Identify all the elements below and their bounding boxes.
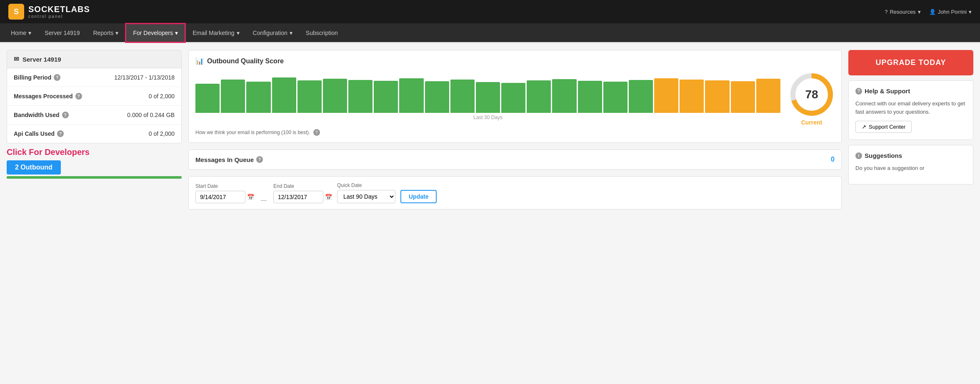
chart-label: Last 30 Days [195, 115, 780, 120]
chevron-down-icon: ▾ [918, 9, 921, 15]
chart-bar [527, 80, 551, 113]
quality-score-title: Outbound Quality Score [207, 57, 284, 65]
chevron-down-icon: ▾ [115, 30, 118, 36]
quality-help-icon[interactable]: ? [313, 129, 320, 136]
server-card-header: ✉ Server 14919 [7, 50, 181, 68]
chart-bar [399, 78, 423, 113]
logo-area: S SOCKETLABS control panel [8, 4, 90, 20]
nav-server[interactable]: Server 14919 [38, 23, 86, 43]
queue-title: Messages In Queue ? [195, 156, 263, 163]
help-icon: ? [855, 88, 862, 95]
chart-bar [323, 79, 347, 113]
queue-help-icon[interactable]: ? [256, 156, 263, 163]
donut-area: 78 Current [789, 72, 835, 126]
end-date-calendar-icon[interactable]: 📅 [325, 194, 332, 200]
brand-name: SOCKETLABS [28, 5, 90, 14]
quality-score-body: Last 30 Days 78 Current [195, 72, 835, 126]
nav-home[interactable]: Home ▾ [4, 23, 38, 43]
suggestions-card: i Suggestions Do you have a suggestion o… [848, 145, 973, 185]
nav-reports[interactable]: Reports ▾ [86, 23, 125, 43]
quality-bar-chart [195, 77, 780, 113]
support-center-label: Support Center [869, 124, 905, 130]
chart-bar [552, 79, 576, 113]
api-calls-help-icon[interactable]: ? [57, 130, 64, 137]
chart-bar [578, 81, 602, 113]
chart-bar [680, 80, 704, 113]
bandwidth-used-label: Bandwidth Used ? [14, 112, 69, 118]
user-icon: 👤 [929, 9, 936, 15]
nav-for-developers-label: For Developers [133, 30, 173, 36]
nav-email-marketing[interactable]: Email Marketing ▾ [186, 23, 246, 43]
upgrade-today-button[interactable]: UPGRADE TODAY [848, 50, 973, 75]
donut-chart: 78 [789, 72, 835, 117]
chevron-down-icon: ▾ [290, 30, 292, 36]
nav-bar: Home ▾ Server 14919 Reports ▾ For Develo… [0, 23, 980, 43]
date-filter: Start Date 📅 — End Date 📅 Quick Date Las… [188, 176, 842, 209]
suggestions-title-text: Suggestions [865, 152, 902, 159]
help-support-description: Connect with our email delivery experts … [855, 100, 966, 116]
update-button[interactable]: Update [400, 190, 437, 203]
external-link-icon: ↗ [862, 124, 866, 130]
annotation-area: Click For Developers [7, 147, 182, 157]
billing-period-row: Billing Period ? 12/13/2017 - 1/13/2018 [7, 68, 181, 87]
queue-title-text: Messages In Queue [195, 156, 254, 163]
nav-subscription[interactable]: Subscription [299, 23, 345, 43]
chart-bar [501, 83, 525, 113]
start-date-label: Start Date [195, 183, 254, 189]
question-icon: ? [885, 9, 888, 15]
suggestions-title: i Suggestions [855, 152, 966, 159]
main-content: ✉ Server 14919 Billing Period ? 12/13/20… [0, 43, 980, 216]
bar-chart-icon: 📊 [195, 57, 204, 65]
chevron-down-icon: ▾ [969, 9, 972, 15]
chart-bar [654, 78, 678, 113]
messages-processed-help-icon[interactable]: ? [75, 93, 82, 100]
end-date-label: End Date [273, 183, 332, 189]
user-menu[interactable]: 👤 John Porrini ▾ [929, 9, 972, 15]
donut-score-label: Current [801, 119, 822, 126]
server-card: ✉ Server 14919 Billing Period ? 12/13/20… [7, 50, 182, 143]
click-annotation-text: Click For Developers [7, 147, 182, 157]
billing-period-help-icon[interactable]: ? [54, 74, 60, 81]
chevron-down-icon: ▾ [175, 30, 178, 36]
start-date-group: Start Date 📅 [195, 183, 254, 203]
nav-configuration[interactable]: Configuration ▾ [246, 23, 299, 43]
start-date-calendar-icon[interactable]: 📅 [247, 194, 254, 200]
chart-bar [731, 81, 755, 113]
nav-for-developers[interactable]: For Developers ▾ [125, 23, 186, 43]
quality-score-card: 📊 Outbound Quality Score Last 30 Days [188, 50, 842, 143]
chevron-down-icon: ▾ [28, 30, 31, 36]
outbound-badge[interactable]: 2 Outbound [7, 160, 61, 175]
end-date-input[interactable] [273, 191, 323, 203]
nav-home-label: Home [11, 30, 26, 36]
bandwidth-used-help-icon[interactable]: ? [62, 112, 69, 118]
help-support-title-text: Help & Support [865, 87, 910, 95]
chart-bar [195, 84, 220, 113]
resources-label: Resources [890, 9, 915, 15]
nav-email-marketing-label: Email Marketing [192, 30, 234, 36]
chart-bar [348, 80, 372, 113]
donut-score: 78 [805, 88, 818, 101]
chart-bar [476, 82, 500, 113]
chart-bar [450, 80, 475, 113]
chart-bar [425, 81, 449, 113]
logo-text: SOCKETLABS control panel [28, 5, 90, 19]
chart-bar [246, 82, 270, 113]
top-right-nav: ? Resources ▾ 👤 John Porrini ▾ [885, 9, 972, 15]
user-label: John Porrini [938, 9, 967, 15]
quality-description: How we think your email is performing (1… [195, 129, 835, 136]
chart-bar [221, 80, 245, 113]
support-center-button[interactable]: ↗ Support Center [855, 121, 912, 133]
chart-bar [374, 81, 398, 113]
resources-menu[interactable]: ? Resources ▾ [885, 9, 920, 15]
server-card-title: Server 14919 [22, 56, 61, 63]
chart-bar [272, 77, 296, 113]
suggestions-description: Do you have a suggestion or [855, 164, 966, 172]
center-panel: 📊 Outbound Quality Score Last 30 Days [188, 50, 842, 209]
brand-sub: control panel [28, 14, 90, 19]
quick-date-group: Quick Date Last 90 Days Last 7 Days Last… [337, 182, 395, 203]
start-date-input[interactable] [195, 191, 245, 203]
info-icon: i [855, 152, 862, 159]
quick-date-select[interactable]: Last 90 Days Last 7 Days Last 30 Days La… [337, 190, 395, 203]
chart-bar [298, 80, 322, 113]
messages-processed-label: Messages Processed ? [14, 93, 82, 100]
